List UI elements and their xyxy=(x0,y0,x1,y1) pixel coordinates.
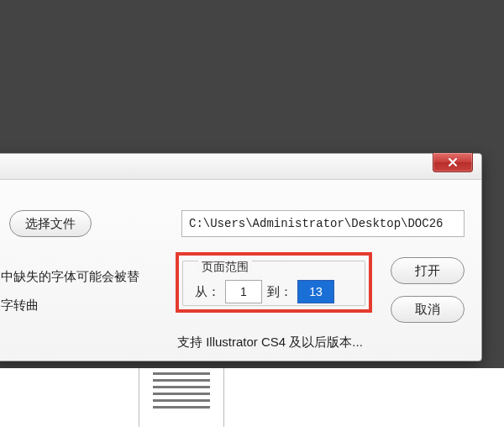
file-path-field[interactable]: C:\Users\Administrator\Desktop\DOC26 xyxy=(181,210,465,237)
page-lower-area xyxy=(0,368,504,427)
page-to-input[interactable] xyxy=(297,280,334,303)
page-range-legend: 页面范围 xyxy=(198,260,252,275)
document-thumbnail xyxy=(139,368,224,427)
outline-hint: 字转曲 xyxy=(1,298,39,314)
missing-font-hint: 中缺失的字体可能会被替 xyxy=(1,269,139,285)
support-version-label: 支持 Illustrator CS4 及以后版本... xyxy=(177,335,363,351)
page-from-input[interactable] xyxy=(225,280,262,303)
page-range-highlight: 页面范围 从： 到： xyxy=(176,252,372,313)
to-label: 到： xyxy=(267,284,292,300)
close-button[interactable] xyxy=(433,153,473,172)
close-icon xyxy=(448,157,458,167)
dialog-titlebar xyxy=(0,154,481,180)
open-file-dialog: 选择文件 C:\Users\Administrator\Desktop\DOC2… xyxy=(0,153,482,361)
page-range-group: 页面范围 从： 到： xyxy=(182,261,365,306)
open-button[interactable]: 打开 xyxy=(391,257,465,284)
cancel-button[interactable]: 取消 xyxy=(391,296,465,323)
choose-file-button[interactable]: 选择文件 xyxy=(9,210,92,237)
from-label: 从： xyxy=(195,284,220,300)
